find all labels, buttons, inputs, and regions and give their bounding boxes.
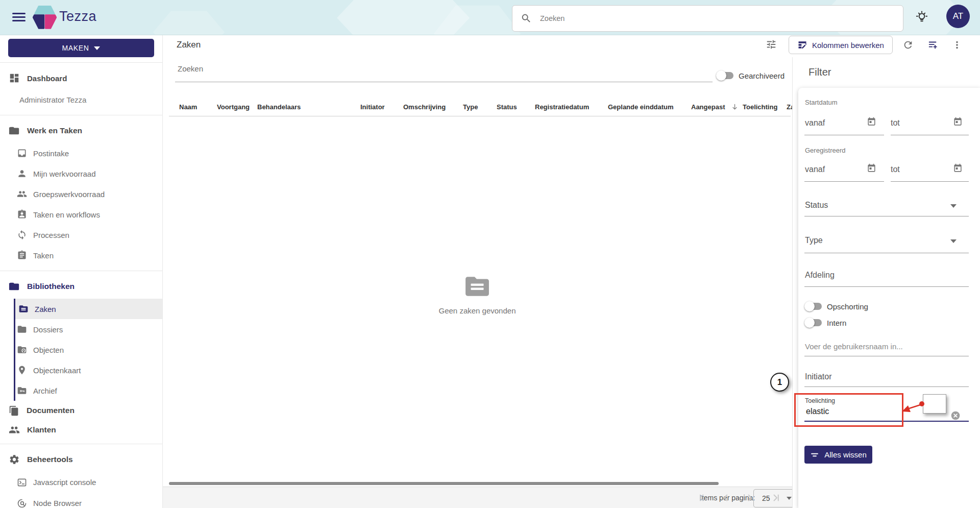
sidebar-item-mijn-werkvoorraad[interactable]: Mijn werkvoorraad — [0, 163, 162, 184]
column-header-voortgang[interactable]: Voortgang — [217, 103, 250, 111]
startdatum-vanaf-field[interactable]: vanaf — [805, 118, 825, 128]
sidebar-item-groepswerkvoorraad[interactable]: Groepswerkvoorraad — [0, 184, 162, 204]
column-header-type[interactable]: Type — [463, 103, 478, 111]
sidebar-item-zaken[interactable]: Zaken — [15, 299, 162, 319]
sidebar-item-processen[interactable]: Processen — [0, 225, 162, 245]
theme-lightbulb-icon[interactable] — [915, 9, 929, 25]
column-header-geplande-einddatum[interactable]: Geplande einddatum — [608, 103, 674, 111]
clear-field-icon[interactable] — [950, 410, 961, 421]
calendar-icon[interactable] — [953, 163, 963, 173]
active-section-indicator — [14, 299, 15, 401]
inbox-icon — [17, 148, 27, 158]
refresh-icon[interactable] — [901, 38, 915, 52]
first-page-button[interactable] — [697, 492, 709, 504]
sidebar-item-javascript-console[interactable]: Javascript console — [0, 472, 162, 493]
column-header-aangepast[interactable]: Aangepast — [691, 103, 725, 111]
more-options-icon[interactable] — [950, 38, 964, 52]
annotation-step-badge: 1 — [770, 373, 789, 392]
calendar-icon[interactable] — [867, 163, 876, 173]
opschorting-toggle[interactable]: Opschorting — [804, 301, 868, 311]
last-page-icon — [769, 492, 780, 503]
add-filter-icon[interactable] — [926, 38, 940, 52]
column-header-behandelaars[interactable]: Behandelaars — [257, 103, 301, 111]
calendar-icon[interactable] — [867, 117, 876, 127]
annotation-callout-square — [923, 394, 946, 414]
horizontal-scrollbar[interactable] — [169, 482, 719, 485]
sync-icon — [17, 230, 27, 240]
clear-all-filters-button[interactable]: Alles wissen — [804, 446, 872, 464]
list-search-input[interactable] — [177, 64, 638, 74]
status-select[interactable]: Status — [805, 201, 828, 210]
chevron-down-icon[interactable] — [950, 204, 957, 208]
sidebar-section-werk-en-taken[interactable]: Werk en Taken — [0, 118, 162, 143]
afdeling-field[interactable]: Afdeling — [805, 271, 835, 280]
calendar-icon[interactable] — [953, 117, 963, 127]
column-header-naam[interactable]: Naam — [179, 103, 197, 111]
list-search-field[interactable] — [177, 64, 636, 77]
intern-toggle[interactable]: Intern — [804, 318, 846, 328]
last-page-button[interactable] — [768, 492, 780, 504]
menu-icon[interactable] — [12, 13, 26, 22]
field-underline — [804, 286, 969, 287]
documents-icon — [9, 405, 19, 416]
sidebar-section-beheertools[interactable]: Beheertools — [0, 447, 162, 472]
first-page-icon — [697, 492, 708, 503]
next-page-button[interactable] — [744, 492, 756, 504]
column-header-status[interactable]: Status — [497, 103, 517, 111]
sidebar-item-postintake[interactable]: Postintake — [0, 143, 162, 163]
sidebar-item-objectenkaart[interactable]: Objectenkaart — [0, 360, 162, 380]
type-select[interactable]: Type — [805, 236, 823, 245]
sidebar-item-archief[interactable]: Archief — [0, 380, 162, 401]
initiator-field[interactable]: Initiator — [805, 372, 831, 381]
sort-descending-icon[interactable] — [731, 103, 739, 111]
divider — [0, 62, 162, 63]
select-caret-icon — [787, 497, 792, 500]
global-search[interactable] — [512, 5, 903, 32]
column-header-registratiedatum[interactable]: Registratiedatum — [535, 103, 589, 111]
geregistreerd-label: Geregistreerd — [805, 147, 845, 154]
column-header-initiator[interactable]: Initiator — [360, 103, 385, 111]
toggle-switch[interactable] — [804, 301, 823, 311]
sidebar-item-taken[interactable]: Taken — [0, 245, 162, 265]
previous-page-button[interactable] — [720, 492, 732, 504]
column-header-omschrijving[interactable]: Omschrijving — [403, 103, 446, 111]
tune-filters-icon[interactable] — [765, 38, 778, 51]
global-search-input[interactable] — [539, 14, 903, 23]
startdatum-tot-field[interactable]: tot — [891, 118, 900, 128]
group-icon — [17, 189, 27, 199]
column-header-zaaknummer[interactable]: Za — [787, 103, 792, 111]
sidebar-item-dashboard[interactable]: Dashboard — [0, 67, 162, 89]
intern-label: Intern — [827, 319, 846, 327]
create-button[interactable]: MAKEN — [8, 39, 154, 57]
toggle-switch[interactable] — [716, 70, 734, 81]
geregistreerd-vanaf-field[interactable]: vanaf — [805, 165, 825, 174]
table-edit-icon — [797, 40, 807, 50]
sidebar-section-bibliotheken[interactable]: Bibliotheken — [0, 274, 162, 299]
sidebar-item-objecten[interactable]: Objecten — [0, 340, 162, 360]
sidebar-item-klanten[interactable]: Klanten — [0, 420, 162, 440]
field-underline — [804, 135, 884, 135]
empty-folder-icon — [464, 276, 490, 297]
geregistreerd-tot-field[interactable]: tot — [891, 165, 900, 174]
dropdown-caret-icon — [94, 46, 100, 50]
field-underline — [804, 216, 969, 216]
sidebar-item-documenten[interactable]: Documenten — [0, 401, 162, 420]
filter-card: Startdatum vanaf tot Geregistreerd vanaf… — [798, 88, 980, 508]
toggle-switch[interactable] — [804, 318, 823, 328]
username-field[interactable]: Voer de gebruikersnaam in... — [805, 342, 903, 351]
sidebar-item-node-browser[interactable]: Node Browser — [0, 493, 162, 508]
chevron-right-icon — [744, 492, 755, 503]
page-title: Zaken — [177, 40, 201, 50]
sidebar-item-taken-en-workflows[interactable]: Taken en workflows — [0, 204, 162, 225]
sidebar-item-dossiers[interactable]: Dossiers — [0, 319, 162, 340]
sidebar-item-admin-user[interactable]: Administrator Tezza — [0, 89, 162, 110]
column-header-toelichting[interactable]: Toelichting — [743, 103, 777, 111]
person-icon — [17, 168, 27, 179]
terminal-icon — [17, 477, 27, 488]
chevron-down-icon[interactable] — [950, 239, 957, 243]
toelichting-label: Toelichting — [805, 397, 835, 404]
edit-columns-button[interactable]: Kolommen bewerken — [789, 36, 893, 54]
brand-name: Tezza — [59, 9, 96, 25]
archived-toggle[interactable]: Gearchiveerd — [716, 70, 785, 81]
user-avatar[interactable]: AT — [946, 5, 970, 28]
